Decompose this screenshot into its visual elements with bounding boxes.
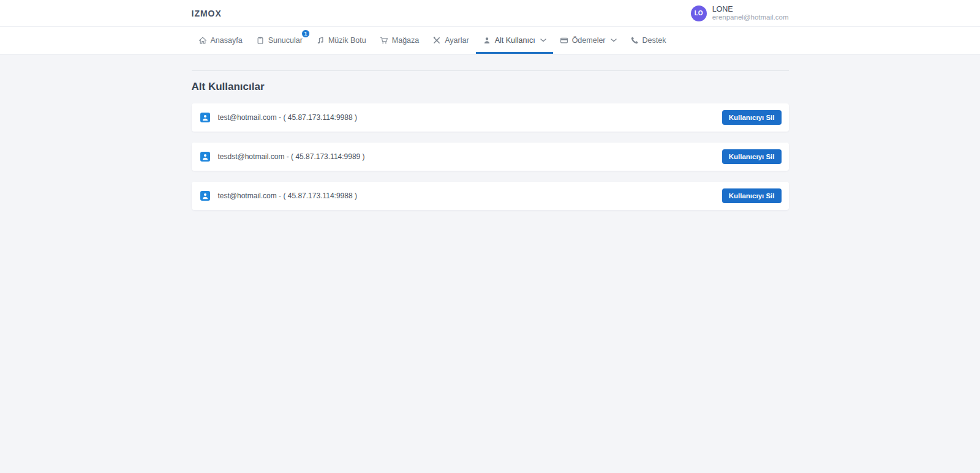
divider	[192, 70, 789, 71]
nav-item-label: Destek	[643, 36, 666, 45]
user-email: erenpanel@hotmail.com	[712, 13, 789, 21]
delete-subuser-button[interactable]: Kullanıcıyı Sil	[722, 188, 782, 203]
subuser-label: tesdst@hotmail.com - ( 45.87.173.114:998…	[218, 152, 722, 161]
nav-item-label: Ayarlar	[445, 36, 469, 45]
user-menu[interactable]: LO LONE erenpanel@hotmail.com	[691, 5, 789, 22]
nav-item-label: Sunucular	[268, 36, 303, 45]
nav-item-muzik-botu[interactable]: Müzik Botu	[309, 27, 373, 54]
main-content: Alt Kullanıcılar test@hotmail.com - ( 45…	[0, 54, 980, 473]
nav-item-sunucular[interactable]: Sunucular 1	[249, 27, 309, 54]
user-icon	[483, 36, 491, 45]
subuser-row: test@hotmail.com - ( 45.87.173.114:9988 …	[192, 103, 789, 132]
notification-badge: 1	[301, 29, 310, 38]
nav-item-label: Müzik Botu	[328, 36, 366, 45]
app-logo[interactable]: IZMOX	[192, 9, 222, 18]
delete-subuser-button[interactable]: Kullanıcıyı Sil	[722, 110, 782, 125]
nav-item-ayarlar[interactable]: Ayarlar	[426, 27, 475, 54]
phone-icon	[630, 36, 639, 45]
subuser-row: test@hotmail.com - ( 45.87.173.114:9988 …	[192, 182, 789, 210]
delete-subuser-button[interactable]: Kullanıcıyı Sil	[722, 149, 782, 164]
app-header: IZMOX LO LONE erenpanel@hotmail.com	[0, 0, 980, 27]
subuser-label: test@hotmail.com - ( 45.87.173.114:9988 …	[218, 192, 722, 200]
subuser-label: test@hotmail.com - ( 45.87.173.114:9988 …	[218, 113, 722, 122]
user-id-icon	[200, 113, 210, 122]
user-id-icon	[200, 152, 210, 162]
nav-item-label: Ödemeler	[572, 36, 606, 45]
nav-item-alt-kullanici[interactable]: Alt Kullanıcı	[476, 27, 553, 54]
user-name: LONE	[712, 5, 789, 13]
page: IZMOX LO LONE erenpanel@hotmail.com Anas…	[0, 0, 980, 473]
credit-card-icon	[560, 36, 568, 45]
main-nav: Anasayfa Sunucular 1 Müzik Botu Mağa	[0, 27, 980, 54]
user-id-icon	[200, 191, 210, 201]
home-icon	[198, 36, 207, 45]
chevron-down-icon	[540, 39, 546, 42]
page-title: Alt Kullanıcılar	[192, 81, 789, 92]
nav-item-destek[interactable]: Destek	[624, 27, 673, 54]
subuser-row: tesdst@hotmail.com - ( 45.87.173.114:998…	[192, 143, 789, 171]
nav-item-label: Mağaza	[392, 36, 419, 45]
music-note-icon	[316, 36, 325, 45]
avatar[interactable]: LO	[691, 6, 707, 21]
clipboard-icon	[256, 36, 265, 45]
user-info: LONE erenpanel@hotmail.com	[712, 5, 789, 22]
nav-item-odemeler[interactable]: Ödemeler	[553, 27, 624, 54]
chevron-down-icon	[611, 39, 617, 42]
nav-item-label: Anasayfa	[211, 36, 243, 45]
nav-item-magaza[interactable]: Mağaza	[373, 27, 426, 54]
nav-item-label: Alt Kullanıcı	[495, 36, 535, 45]
tools-icon	[432, 36, 441, 45]
shopping-cart-icon	[380, 36, 388, 45]
nav-item-anasayfa[interactable]: Anasayfa	[192, 27, 249, 54]
